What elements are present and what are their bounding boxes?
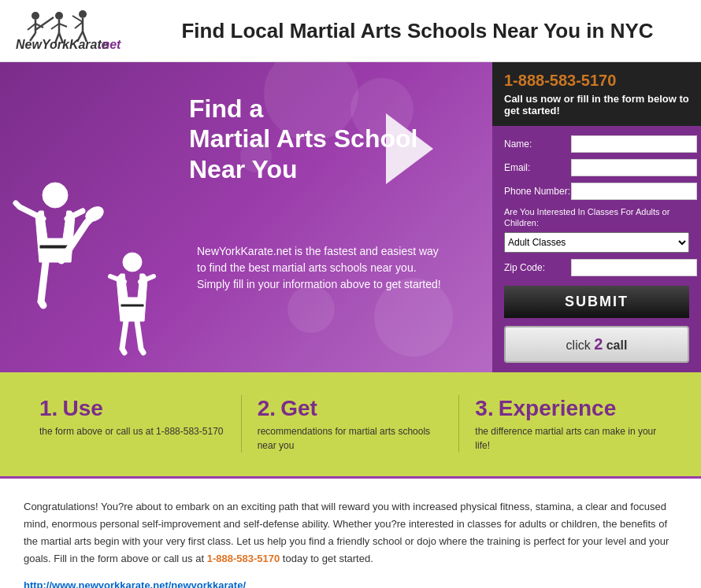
site-url-link[interactable]: http://www.newyorkkarate.net/newyorkkara… (24, 579, 246, 588)
classes-label: Are You Interested In Classes For Adults… (504, 206, 689, 229)
step-1-desc: the form above or call us at 1-888-583-5… (39, 424, 226, 438)
phone-input[interactable] (571, 183, 697, 200)
svg-line-2 (28, 24, 35, 30)
form-body: Name: Email: Phone Number: Are You Inter… (492, 126, 701, 372)
content-section: Congratulations! You?re about to embark … (0, 476, 701, 588)
form-tagline: Call us now or fill in the form below to… (504, 93, 689, 116)
content-paragraph: Congratulations! You?re about to embark … (24, 498, 677, 568)
step-1-number: 1. Use (39, 396, 226, 421)
svg-point-0 (32, 12, 39, 20)
email-row: Email: (504, 159, 689, 176)
inline-phone-link[interactable]: 1-888-583-5170 (207, 553, 280, 564)
click2-two: 2 (594, 335, 603, 353)
page-title: Find Local Martial Arts Schools Near You… (150, 19, 685, 43)
email-input[interactable] (571, 159, 697, 176)
hero-section: Find a Martial Arts School Near You NewY… (0, 62, 701, 372)
svg-point-20 (43, 183, 68, 208)
step-1: 1. Use the form above or call us at 1-88… (24, 388, 242, 460)
site-link: http://www.newyorkkarate.net/newyorkkara… (24, 579, 677, 588)
logo-area: NewYorkKarate .net (16, 8, 150, 54)
phone-row: Phone Number: (504, 183, 689, 200)
phone-number[interactable]: 1-888-583-5170 (504, 72, 689, 90)
step-2-desc: recommendations for martial arts schools… (258, 424, 444, 453)
svg-line-8 (51, 24, 59, 29)
hero-left: Find a Martial Arts School Near You NewY… (0, 62, 492, 372)
svg-point-6 (55, 12, 63, 20)
email-label: Email: (504, 162, 571, 173)
hero-arrow (378, 105, 441, 192)
classes-select[interactable]: Adult Classes Children Classes (504, 232, 689, 253)
svg-line-14 (75, 22, 83, 28)
svg-text:NewYorkKarate: NewYorkKarate (16, 38, 109, 51)
form-panel: 1-888-583-5170 Call us now or fill in th… (492, 62, 701, 372)
step-3-number: 3. Experience (475, 396, 662, 421)
hero-description: NewYorkKarate.net is the fastest and eas… (197, 243, 441, 293)
name-label: Name: (504, 139, 571, 150)
form-header: 1-888-583-5170 Call us now or fill in th… (492, 62, 701, 126)
logo-svg: NewYorkKarate .net (16, 8, 142, 51)
svg-rect-24 (121, 304, 144, 307)
step-3: 3. Experience the difference martial art… (459, 388, 677, 460)
click2call-button[interactable]: click 2 call (504, 326, 689, 363)
header: NewYorkKarate .net Find Local Martial Ar… (0, 0, 701, 62)
steps-section: 1. Use the form above or call us at 1-88… (0, 372, 701, 476)
svg-text:.net: .net (98, 38, 121, 51)
click2-call: call (606, 338, 628, 352)
svg-line-5 (35, 17, 54, 30)
zip-input[interactable] (571, 259, 697, 276)
zip-row: Zip Code: (504, 259, 689, 276)
karate-figures (0, 152, 189, 372)
name-row: Name: (504, 135, 689, 153)
step-3-desc: the difference martial arts can make in … (475, 424, 662, 453)
submit-button[interactable]: SUBMIT (504, 286, 689, 318)
click2-text: click (566, 338, 591, 352)
svg-line-9 (59, 24, 67, 27)
svg-point-23 (123, 253, 142, 272)
name-input[interactable] (571, 135, 697, 153)
step-2-number: 2. Get (258, 396, 444, 421)
svg-point-12 (79, 10, 87, 18)
step-2: 2. Get recommendations for martial arts … (242, 388, 460, 460)
phone-label: Phone Number: (504, 186, 571, 197)
zip-label: Zip Code: (504, 262, 571, 273)
